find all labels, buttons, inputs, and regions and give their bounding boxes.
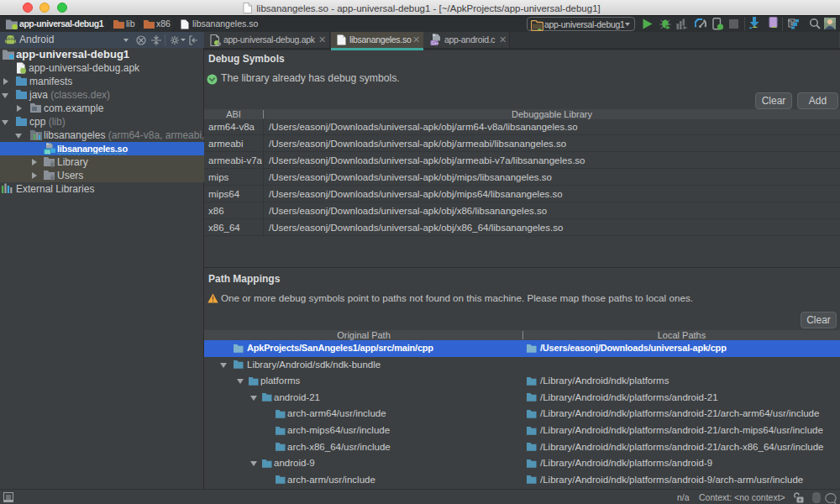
svg-text:01: 01 [45, 150, 50, 155]
svg-text:C++: C++ [432, 40, 439, 45]
